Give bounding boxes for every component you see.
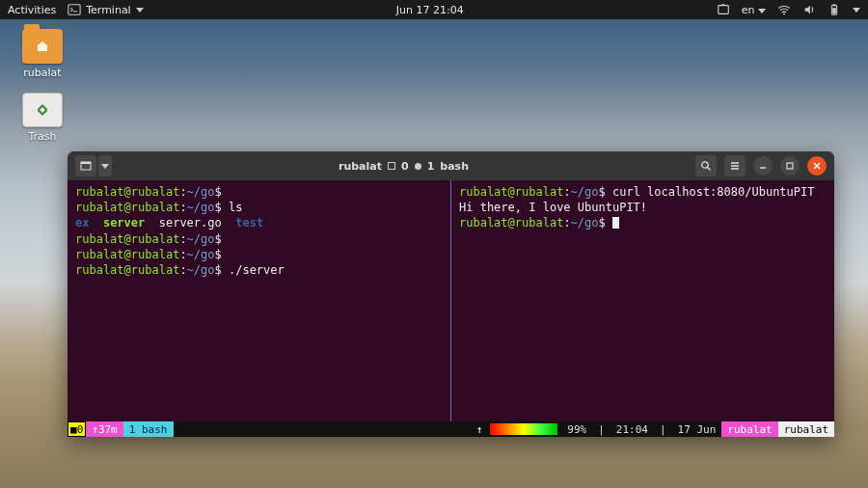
cursor xyxy=(612,217,619,229)
svg-point-8 xyxy=(702,162,708,168)
svg-rect-1 xyxy=(719,6,729,14)
desktop-home-folder[interactable]: rubalat xyxy=(14,29,71,79)
status-uptime: ↑ 37m xyxy=(86,421,123,437)
status-time: 21:04 xyxy=(610,421,654,437)
status-user: rubalat xyxy=(721,421,777,437)
search-button[interactable] xyxy=(695,155,717,176)
window-title: rubalat 0 1 bash xyxy=(120,160,688,173)
activities-button[interactable]: Activities xyxy=(8,4,56,16)
tab-dropdown-button[interactable] xyxy=(98,155,112,176)
status-session-index: ■0 xyxy=(68,421,86,437)
new-tab-button[interactable] xyxy=(75,155,96,176)
status-host: rubalat xyxy=(778,421,834,437)
maximize-button[interactable] xyxy=(780,156,800,176)
clock[interactable]: Jun 17 21:04 xyxy=(144,4,717,16)
desktop-trash[interactable]: Trash xyxy=(14,93,71,143)
svg-line-9 xyxy=(708,168,711,171)
svg-point-2 xyxy=(783,14,785,15)
gnome-topbar: Activities Terminal Jun 17 21:04 en xyxy=(0,0,868,19)
terminal-pane-right[interactable]: rubalat@rubalat:~/go$ curl localhost:808… xyxy=(451,180,834,421)
terminal-pane-left[interactable]: rubalat@rubalat:~/go$ rubalat@rubalat:~/… xyxy=(68,180,450,421)
desktop-icon-label: rubalat xyxy=(14,67,71,79)
svg-rect-7 xyxy=(81,162,91,164)
app-menu-label: Terminal xyxy=(86,4,131,16)
byobu-statusbar: ■0 ↑ 37m 1 bash ↑ 99% | 21:04 | 17 Jun r… xyxy=(68,421,834,437)
screenshot-icon[interactable] xyxy=(717,3,730,16)
volume-icon[interactable] xyxy=(802,3,816,16)
app-menu[interactable]: Terminal xyxy=(68,3,144,16)
svg-rect-5 xyxy=(832,8,836,14)
system-menu-chevron-icon[interactable] xyxy=(853,8,860,13)
window-titlebar[interactable]: rubalat 0 1 bash xyxy=(68,151,834,180)
status-load-gradient xyxy=(490,423,557,435)
lang-indicator[interactable]: en xyxy=(742,4,766,16)
terminal-window: rubalat 0 1 bash rubalat@rubalat:~/go$ r… xyxy=(68,151,834,437)
desktop-icon-label: Trash xyxy=(14,130,71,143)
svg-rect-4 xyxy=(833,4,836,5)
folder-icon xyxy=(22,29,63,64)
status-date: 17 Jun xyxy=(672,421,722,437)
chevron-down-icon xyxy=(101,164,109,169)
svg-rect-0 xyxy=(68,5,80,15)
status-separator: | xyxy=(654,421,672,437)
upload-icon: ↑ xyxy=(473,423,487,436)
status-window: 1 bash xyxy=(123,421,174,437)
close-button[interactable] xyxy=(807,156,827,176)
wifi-icon[interactable] xyxy=(777,3,791,16)
status-battery: 99% xyxy=(561,421,592,437)
trash-icon xyxy=(22,93,63,127)
chevron-down-icon xyxy=(136,8,144,13)
chevron-down-icon xyxy=(758,9,766,14)
minimize-button[interactable] xyxy=(753,156,773,176)
svg-rect-14 xyxy=(787,163,793,169)
terminal-icon xyxy=(68,3,81,16)
battery-icon[interactable] xyxy=(827,3,841,16)
terminal-body[interactable]: rubalat@rubalat:~/go$ rubalat@rubalat:~/… xyxy=(68,180,834,421)
status-separator: | xyxy=(592,421,610,437)
hamburger-menu-button[interactable] xyxy=(724,155,746,176)
